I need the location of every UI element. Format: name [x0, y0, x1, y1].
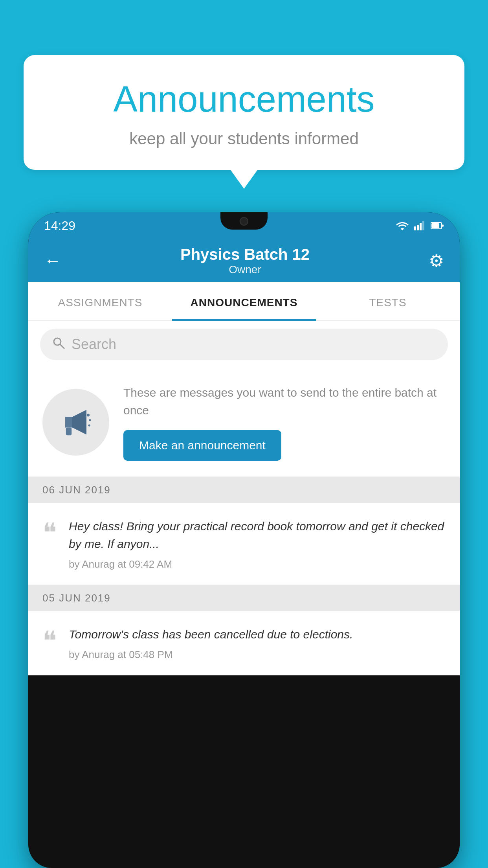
page-title: Announcements — [47, 79, 441, 120]
search-bar-wrapper: Search — [28, 321, 460, 368]
search-icon — [52, 336, 65, 353]
announcement-author-2: by Anurag at 05:48 PM — [69, 649, 446, 661]
settings-icon[interactable]: ⚙ — [429, 251, 444, 271]
announcement-message-1: Hey class! Bring your practical record b… — [69, 517, 446, 553]
tabs-bar: ASSIGNMENTS ANNOUNCEMENTS TESTS — [28, 282, 460, 321]
svg-marker-9 — [65, 417, 72, 428]
speech-bubble-card: Announcements keep all your students inf… — [24, 55, 464, 170]
app-bar-title: Physics Batch 12 Owner — [180, 246, 310, 276]
announcement-item-1[interactable]: ❝ Hey class! Bring your practical record… — [28, 503, 460, 585]
megaphone-circle — [42, 389, 109, 456]
announcement-text-1: Hey class! Bring your practical record b… — [69, 517, 446, 570]
search-bar[interactable]: Search — [40, 329, 448, 360]
svg-rect-0 — [414, 226, 416, 230]
back-button[interactable]: ← — [44, 251, 61, 270]
svg-rect-3 — [422, 221, 424, 230]
announcement-item-2[interactable]: ❝ Tomorrow's class has been cancelled du… — [28, 611, 460, 675]
svg-rect-2 — [420, 223, 422, 230]
phone-frame: 14:29 — [28, 212, 460, 868]
svg-point-12 — [87, 414, 90, 416]
svg-rect-6 — [442, 224, 444, 227]
status-icons — [396, 221, 444, 230]
svg-rect-5 — [431, 223, 439, 228]
tab-tests[interactable]: TESTS — [316, 282, 460, 320]
speech-bubble-tail — [230, 169, 258, 189]
announcement-author-1: by Anurag at 09:42 AM — [69, 558, 446, 570]
status-bar: 14:29 — [28, 212, 460, 239]
quote-icon-1: ❝ — [42, 517, 57, 570]
date-separator-2: 05 JUN 2019 — [28, 585, 460, 611]
svg-point-13 — [89, 419, 91, 421]
tab-assignments[interactable]: ASSIGNMENTS — [28, 282, 172, 320]
batch-role: Owner — [180, 263, 310, 276]
svg-rect-11 — [66, 428, 72, 436]
tab-announcements[interactable]: ANNOUNCEMENTS — [172, 282, 316, 320]
announcement-message-2: Tomorrow's class has been cancelled due … — [69, 625, 446, 643]
svg-rect-1 — [417, 225, 419, 230]
search-placeholder: Search — [72, 336, 116, 353]
megaphone-icon — [58, 405, 94, 440]
svg-marker-10 — [72, 410, 86, 435]
make-announcement-button[interactable]: Make an announcement — [123, 430, 281, 461]
announcement-text-2: Tomorrow's class has been cancelled due … — [69, 625, 446, 661]
announcement-prompt: These are messages you want to send to t… — [28, 368, 460, 477]
status-time: 14:29 — [44, 219, 75, 233]
quote-icon-2: ❝ — [42, 625, 57, 661]
announcement-right: These are messages you want to send to t… — [123, 384, 446, 461]
notch-camera — [240, 217, 248, 226]
batch-name: Physics Batch 12 — [180, 246, 310, 263]
svg-point-14 — [88, 424, 90, 426]
notch — [220, 212, 268, 230]
svg-line-8 — [60, 344, 64, 348]
app-bar: ← Physics Batch 12 Owner ⚙ — [28, 239, 460, 282]
battery-icon — [431, 222, 444, 230]
wifi-icon — [396, 221, 409, 230]
date-separator-1: 06 JUN 2019 — [28, 477, 460, 503]
announcement-description: These are messages you want to send to t… — [123, 384, 446, 419]
signal-icon — [414, 221, 425, 230]
speech-bubble-section: Announcements keep all your students inf… — [24, 55, 464, 189]
page-subtitle: keep all your students informed — [47, 129, 441, 148]
